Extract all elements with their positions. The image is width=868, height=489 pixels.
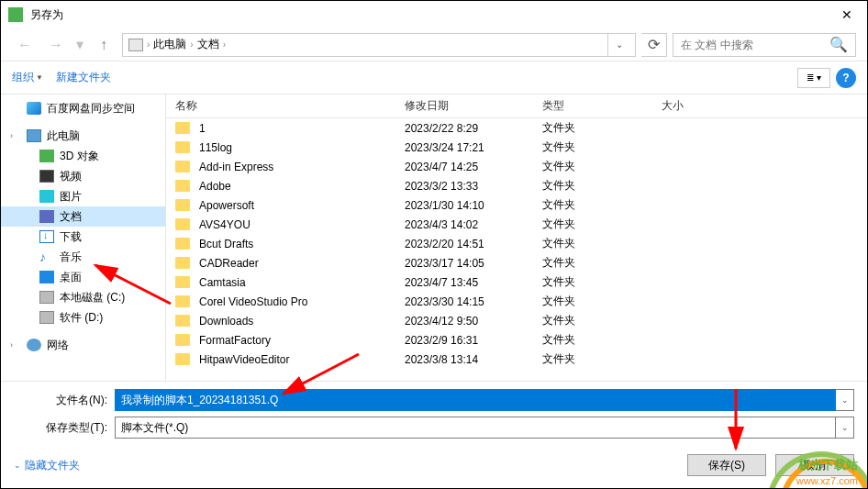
sidebar-item[interactable]: 本地磁盘 (C:) bbox=[1, 287, 165, 307]
folder-icon bbox=[175, 276, 190, 288]
file-type: 文件夹 bbox=[533, 120, 652, 136]
footer: ⌄ 隐藏文件夹 保存(S) 取消 bbox=[1, 442, 867, 488]
file-date: 2023/2/20 14:51 bbox=[395, 238, 533, 250]
save-button[interactable]: 保存(S) bbox=[687, 454, 766, 476]
file-list-header[interactable]: 名称 修改日期 类型 大小 bbox=[166, 94, 867, 118]
sidebar-item[interactable]: 视频 bbox=[1, 166, 165, 186]
search-input[interactable] bbox=[681, 39, 829, 51]
file-list-body[interactable]: 12023/2/22 8:29文件夹115log2023/3/24 17:21文… bbox=[166, 118, 867, 379]
sidebar-item[interactable]: 百度网盘同步空间 bbox=[1, 98, 165, 118]
sidebar-item[interactable]: 文档 bbox=[1, 206, 165, 227]
sidebar-item[interactable]: ›网络 bbox=[1, 335, 165, 355]
folder-icon bbox=[175, 199, 190, 211]
close-button[interactable]: ✕ bbox=[826, 1, 867, 28]
chevron-right-icon: › bbox=[223, 39, 226, 50]
view-mode-button[interactable]: ≣ ▾ bbox=[797, 68, 830, 88]
file-row[interactable]: Corel VideoStudio Pro2023/3/30 14:15文件夹 bbox=[166, 292, 867, 311]
file-name: Downloads bbox=[199, 315, 253, 328]
navbar: ← → ▾ ↑ › 此电脑 › 文档 › ⌄ ⟳ 🔍 bbox=[1, 28, 867, 61]
file-name: Adobe bbox=[199, 180, 231, 193]
breadcrumb-folder[interactable]: 文档 bbox=[197, 37, 219, 52]
sidebar[interactable]: 百度网盘同步空间›此电脑3D 对象视频图片文档下载♪音乐桌面本地磁盘 (C:)软… bbox=[1, 94, 166, 381]
sidebar-item[interactable]: 图片 bbox=[1, 186, 165, 206]
file-type: 文件夹 bbox=[533, 351, 652, 367]
file-date: 2023/3/8 13:14 bbox=[395, 353, 533, 366]
sidebar-icon bbox=[39, 291, 54, 304]
breadcrumb-root[interactable]: 此电脑 bbox=[153, 37, 186, 52]
file-date: 2023/1/30 14:10 bbox=[395, 199, 533, 212]
sidebar-item[interactable]: 3D 对象 bbox=[1, 146, 165, 166]
file-row[interactable]: Apowersoft2023/1/30 14:10文件夹 bbox=[166, 195, 867, 215]
filetype-select[interactable]: 脚本文件(*.Q) bbox=[115, 417, 836, 439]
file-row[interactable]: CADReader2023/3/17 14:05文件夹 bbox=[166, 253, 867, 272]
search-box[interactable]: 🔍 bbox=[673, 33, 856, 57]
breadcrumb-dropdown[interactable]: ⌄ bbox=[607, 34, 629, 56]
sidebar-item[interactable]: 下载 bbox=[1, 227, 165, 247]
file-type: 文件夹 bbox=[533, 274, 652, 290]
sidebar-item-label: 音乐 bbox=[60, 250, 82, 265]
cancel-button[interactable]: 取消 bbox=[775, 454, 854, 476]
column-type[interactable]: 类型 bbox=[533, 98, 652, 114]
pc-icon bbox=[128, 39, 143, 51]
column-date[interactable]: 修改日期 bbox=[395, 98, 533, 114]
file-row[interactable]: 12023/2/22 8:29文件夹 bbox=[166, 118, 867, 138]
chevron-icon[interactable]: › bbox=[10, 131, 13, 140]
help-button[interactable]: ? bbox=[836, 68, 856, 88]
sidebar-item[interactable]: ›此电脑 bbox=[1, 126, 165, 146]
app-icon bbox=[8, 7, 23, 22]
file-row[interactable]: FormatFactory2023/2/9 16:31文件夹 bbox=[166, 330, 867, 350]
file-row[interactable]: HitpawVideoEditor2023/3/8 13:14文件夹 bbox=[166, 350, 867, 369]
hide-folders-link[interactable]: ⌄ 隐藏文件夹 bbox=[14, 458, 80, 473]
chevron-right-icon: › bbox=[190, 39, 193, 50]
sidebar-icon bbox=[39, 311, 54, 324]
file-row[interactable]: Downloads2023/4/12 9:50文件夹 bbox=[166, 311, 867, 330]
filetype-dropdown[interactable]: ⌄ bbox=[836, 417, 854, 439]
folder-icon bbox=[175, 161, 190, 172]
file-name: Bcut Drafts bbox=[199, 238, 253, 250]
search-icon[interactable]: 🔍 bbox=[829, 36, 848, 53]
titlebar: 另存为 ✕ bbox=[1, 1, 867, 28]
sidebar-item-label: 本地磁盘 (C:) bbox=[60, 290, 125, 306]
new-folder-button[interactable]: 新建文件夹 bbox=[56, 70, 111, 85]
sidebar-item-label: 桌面 bbox=[60, 270, 82, 285]
file-row[interactable]: Adobe2023/3/2 13:33文件夹 bbox=[166, 176, 867, 195]
up-button[interactable]: ↑ bbox=[91, 32, 117, 58]
filename-input[interactable] bbox=[115, 389, 836, 411]
folder-icon bbox=[175, 218, 190, 230]
file-type: 文件夹 bbox=[533, 294, 652, 309]
file-name: 1 bbox=[199, 122, 206, 135]
file-row[interactable]: Bcut Drafts2023/2/20 14:51文件夹 bbox=[166, 234, 867, 253]
file-type: 文件夹 bbox=[533, 159, 652, 174]
back-button[interactable]: ← bbox=[12, 32, 38, 58]
file-date: 2023/3/30 14:15 bbox=[395, 295, 533, 308]
filename-label: 文件名(N): bbox=[14, 393, 115, 408]
filename-dropdown[interactable]: ⌄ bbox=[836, 389, 854, 411]
file-type: 文件夹 bbox=[533, 139, 652, 155]
sidebar-item-label: 文档 bbox=[60, 209, 82, 225]
chevron-icon[interactable]: › bbox=[10, 340, 13, 350]
refresh-button[interactable]: ⟳ bbox=[641, 33, 667, 57]
file-row[interactable]: AVS4YOU2023/4/3 14:02文件夹 bbox=[166, 215, 867, 234]
breadcrumb[interactable]: › 此电脑 › 文档 › ⌄ bbox=[122, 33, 636, 57]
file-name: 115log bbox=[199, 141, 232, 154]
file-row[interactable]: Add-in Express2023/4/7 14:25文件夹 bbox=[166, 157, 867, 176]
file-type: 文件夹 bbox=[533, 217, 652, 232]
organize-button[interactable]: 组织▼ bbox=[12, 70, 43, 85]
folder-icon bbox=[175, 122, 190, 134]
file-row[interactable]: Camtasia2023/4/7 13:45文件夹 bbox=[166, 272, 867, 292]
sidebar-item-label: 软件 (D:) bbox=[60, 310, 103, 326]
folder-icon bbox=[175, 315, 190, 327]
column-name[interactable]: 名称 bbox=[166, 98, 395, 114]
sidebar-item[interactable]: 桌面 bbox=[1, 267, 165, 287]
nav-dropdown-icon[interactable]: ▾ bbox=[76, 36, 83, 53]
save-form: 文件名(N): ⌄ 保存类型(T): 脚本文件(*.Q) ⌄ bbox=[1, 381, 867, 451]
file-name: Corel VideoStudio Pro bbox=[199, 295, 308, 308]
file-name: HitpawVideoEditor bbox=[199, 353, 290, 366]
file-row[interactable]: 115log2023/3/24 17:21文件夹 bbox=[166, 138, 867, 157]
column-size[interactable]: 大小 bbox=[652, 98, 744, 114]
file-name: AVS4YOU bbox=[199, 218, 250, 231]
forward-button[interactable]: → bbox=[43, 32, 69, 58]
sidebar-item-label: 3D 对象 bbox=[60, 149, 99, 164]
sidebar-item[interactable]: 软件 (D:) bbox=[1, 307, 165, 328]
sidebar-item[interactable]: ♪音乐 bbox=[1, 247, 165, 267]
